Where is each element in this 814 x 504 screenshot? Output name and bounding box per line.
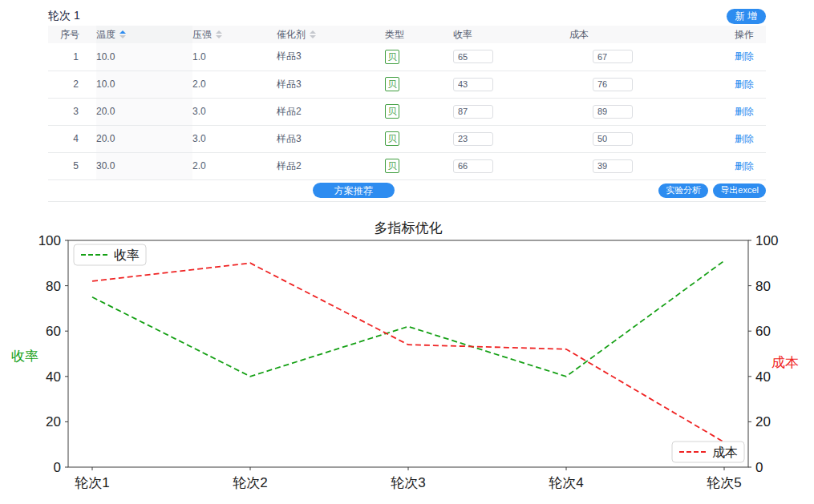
experiment-page: 轮次 1 新 增 序号 温度 压强 [0,0,814,504]
yield-input[interactable] [453,78,493,91]
footer-center: 方案推荐 [48,183,658,198]
table-row: 5 30.0 2.0 样品2 贝 删除 [48,152,766,179]
col-header-type: 类型 [385,26,453,43]
cost-input[interactable] [593,159,633,173]
right-axis-tick-label: 80 [755,279,771,294]
right-axis-tick-label: 40 [755,369,771,385]
plot-frame [68,240,748,467]
col-header-pressure[interactable]: 压强 [192,26,277,43]
right-axis-tick-label: 100 [755,233,778,248]
table-row: 2 10.0 2.0 样品3 贝 删除 [48,71,766,98]
delete-link[interactable]: 删除 [735,50,754,62]
catalyst-cell: 样品3 [277,43,385,71]
right-axis-tick-label: 0 [755,460,763,475]
type-badge: 贝 [385,50,399,64]
row-index: 4 [48,125,96,152]
col-header-action: 操作 [702,26,766,43]
col-header-cost: 成本 [569,26,702,43]
right-axis-tick-label: 60 [755,324,771,339]
catalyst-cell: 样品2 [277,152,385,179]
left-axis-tick-label: 40 [46,369,61,385]
sort-icon-catalyst[interactable] [310,30,316,38]
x-axis-tick-label: 轮次4 [549,475,583,490]
table-row: 3 20.0 3.0 样品2 贝 删除 [48,98,766,125]
table-row: 1 10.0 1.0 样品3 贝 删除 [48,43,766,71]
table-header-row: 序号 温度 压强 催化剂 类型 收率 成本 操作 [48,26,766,43]
catalyst-cell: 样品2 [277,98,385,125]
panel-title: 轮次 1 [48,9,80,23]
cost-input[interactable] [593,50,633,63]
type-badge: 贝 [385,77,399,91]
optimization-chart: 多指标优化002020404060608080100100轮次1轮次2轮次3轮次… [0,202,814,504]
x-axis-tick-label: 轮次2 [233,475,267,490]
row-index: 1 [48,43,96,71]
round-panel: 轮次 1 新 增 序号 温度 压强 [48,6,766,202]
legend-cost: 成本 [672,442,744,462]
col-header-temperature[interactable]: 温度 [96,26,192,43]
pressure-cell: 3.0 [192,98,277,125]
sort-icon-pressure[interactable] [216,30,222,38]
analyze-button[interactable]: 实验分析 [658,183,708,198]
yield-input[interactable] [453,132,493,146]
col-header-index: 序号 [48,26,96,43]
x-axis-tick-label: 轮次1 [75,475,109,490]
left-axis-tick-label: 20 [46,414,61,429]
delete-link[interactable]: 删除 [735,106,754,117]
right-axis-tick-label: 20 [755,414,771,429]
table-row: 4 20.0 3.0 样品3 贝 删除 [48,125,766,152]
footer-right: 实验分析 导出excel [658,183,766,198]
pressure-cell: 2.0 [192,152,277,179]
left-axis-tick-label: 0 [54,460,61,475]
yield-input[interactable] [453,105,493,119]
col-header-yield: 收率 [453,26,569,43]
export-button[interactable]: 导出excel [713,183,766,198]
sort-asc-icon[interactable] [119,30,126,34]
x-axis-tick-label: 轮次3 [391,475,425,490]
cost-input[interactable] [593,78,633,91]
panel-header: 轮次 1 新 增 [48,6,766,26]
sort-desc-icon[interactable] [310,35,316,38]
cost-input[interactable] [593,132,633,146]
x-axis-tick-label: 轮次5 [707,475,741,490]
legend-label: 成本 [712,446,738,459]
sort-desc-icon[interactable] [216,35,222,38]
recommend-button[interactable]: 方案推荐 [313,183,395,198]
yield-input[interactable] [453,50,493,63]
row-index: 2 [48,71,96,98]
pressure-cell: 1.0 [192,43,277,71]
delete-link[interactable]: 删除 [735,79,754,90]
chart-svg: 多指标优化002020404060608080100100轮次1轮次2轮次3轮次… [0,202,814,504]
temperature-cell: 30.0 [96,152,192,179]
right-axis-label: 成本 [771,355,799,370]
delete-link[interactable]: 删除 [735,133,754,144]
type-badge: 贝 [385,159,399,173]
pressure-cell: 3.0 [192,125,277,152]
legend-yield: 收率 [74,244,146,265]
sort-icon-temperature[interactable] [119,30,126,38]
cost-line [92,263,724,442]
left-axis-tick-label: 80 [46,279,61,294]
type-badge: 贝 [385,131,399,146]
temperature-cell: 10.0 [96,71,192,98]
row-index: 3 [48,98,96,125]
add-button[interactable]: 新 增 [727,9,766,24]
chart-title: 多指标优化 [375,220,443,236]
temperature-cell: 20.0 [96,98,192,125]
sort-asc-icon[interactable] [216,30,222,34]
row-index: 5 [48,152,96,179]
left-axis-tick-label: 100 [38,233,61,248]
sort-desc-icon[interactable] [119,35,126,38]
left-axis-label: 收率 [11,349,38,364]
temperature-cell: 20.0 [96,125,192,152]
cost-input[interactable] [593,105,633,119]
yield-line [92,261,724,377]
delete-link[interactable]: 删除 [735,160,754,171]
table-body: 1 10.0 1.0 样品3 贝 删除 2 10.0 2.0 样品3 贝 删除 [48,43,766,179]
legend-label: 收率 [114,248,140,262]
sort-asc-icon[interactable] [310,30,316,34]
catalyst-cell: 样品3 [277,71,385,98]
yield-input[interactable] [453,159,493,173]
catalyst-cell: 样品3 [277,125,385,152]
col-header-catalyst[interactable]: 催化剂 [277,26,385,43]
temperature-cell: 10.0 [96,43,192,71]
